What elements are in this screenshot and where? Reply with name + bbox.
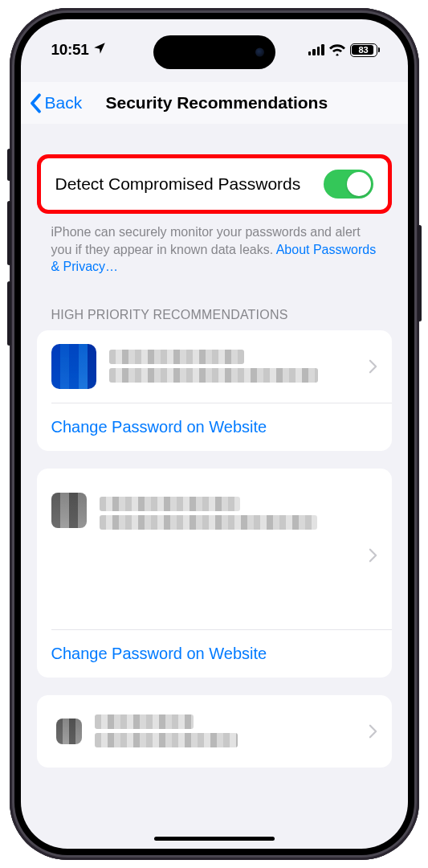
change-password-button[interactable]: Change Password on Website [37,630,392,678]
volume-down-button [7,281,11,346]
site-icon [51,493,87,528]
back-label: Back [45,93,83,113]
mute-switch [7,149,11,181]
cellular-signal-icon [308,44,324,55]
redacted-details [100,493,356,534]
wifi-icon [329,43,345,56]
chevron-right-icon [369,548,377,563]
dynamic-island [153,35,275,69]
footer-description: iPhone can securely monitor your passwor… [37,214,392,276]
battery-icon: 83 [350,43,377,57]
page-title: Security Recommendations [106,93,328,113]
phone-frame: 10:51 83 Back Security Recommendati [10,8,419,860]
power-button [418,225,422,321]
detect-passwords-label: Detect Compromised Passwords [55,174,301,194]
recommendation-item[interactable] [37,469,392,629]
home-indicator[interactable] [154,837,275,841]
volume-up-button [7,201,11,265]
detect-passwords-toggle[interactable] [324,170,373,199]
screen: 10:51 83 Back Security Recommendati [21,19,408,849]
battery-percentage: 83 [358,45,368,55]
content-scroll[interactable]: Detect Compromised Passwords iPhone can … [21,124,408,849]
redacted-details [95,710,356,751]
location-icon [92,41,107,59]
detect-passwords-cell[interactable]: Detect Compromised Passwords [37,154,392,214]
navigation-bar: Back Security Recommendations [21,82,408,124]
redacted-details [109,346,356,387]
site-icon [51,344,96,389]
back-button[interactable]: Back [29,93,83,113]
change-password-button[interactable]: Change Password on Website [37,403,392,451]
recommendation-item[interactable] [37,695,392,768]
section-header: HIGH PRIORITY RECOMMENDATIONS [37,276,392,330]
chevron-right-icon [369,724,377,739]
site-icon [56,719,82,744]
chevron-left-icon [29,93,43,113]
recommendation-card [37,695,392,768]
recommendation-card: Change Password on Website [37,469,392,678]
recommendation-card: Change Password on Website [37,330,392,451]
clock-time: 10:51 [51,41,89,59]
recommendation-item[interactable] [37,330,392,403]
chevron-right-icon [369,359,377,374]
